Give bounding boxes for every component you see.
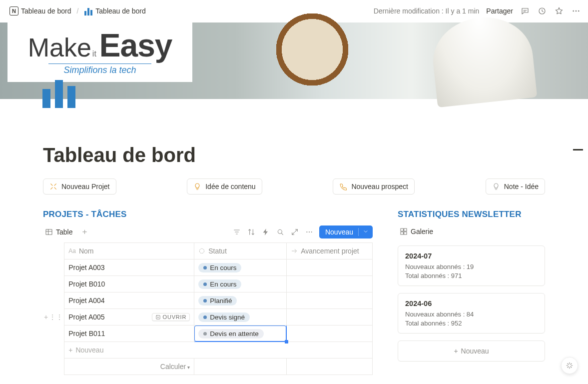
cell-name[interactable]: Projet A004 — [64, 292, 194, 309]
brand-it: it — [92, 50, 96, 58]
more-icon[interactable] — [305, 228, 314, 236]
cell-status[interactable]: En cours — [194, 276, 287, 292]
brand-tagline: Simplifions la tech — [48, 64, 151, 76]
newsletter-view-label: Galerie — [411, 228, 433, 236]
newsletter-gallery-view-tab[interactable]: Galerie — [398, 226, 435, 238]
newsletter-view-tabs: Galerie — [398, 226, 545, 240]
newsletter-card[interactable]: 2024-06Nouveaux abonnés : 84Total abonné… — [398, 293, 545, 334]
topbar-right: Dernière modification : Il y a 1 min Par… — [374, 6, 581, 16]
chevron-down-icon[interactable] — [358, 228, 369, 236]
table-row[interactable]: +⋮⋮Projet A004Planifié — [43, 292, 373, 309]
brand-make: Make — [28, 34, 91, 60]
cell-status[interactable]: Planifié — [194, 292, 287, 309]
cell-progress[interactable] — [287, 292, 373, 309]
add-row-button[interactable]: +Nouveau — [43, 342, 373, 358]
svg-point-5 — [278, 230, 282, 234]
table-row[interactable]: +⋮⋮Projet A005OUVRIRDevis signé — [43, 309, 373, 326]
drag-handle-icon[interactable]: ⋮⋮ — [49, 313, 63, 321]
breadcrumbs: N Tableau de bord / Tableau de bord — [7, 5, 148, 17]
automation-icon[interactable] — [261, 228, 270, 236]
open-page-button[interactable]: OUVRIR — [152, 313, 190, 321]
bar-chart-icon — [84, 6, 93, 16]
svg-point-6 — [306, 232, 307, 232]
cell-status[interactable]: Devis en attente — [194, 326, 287, 342]
cell-progress[interactable] — [287, 309, 373, 326]
share-button[interactable]: Partager — [486, 7, 513, 15]
cover-lamp-decoration — [429, 12, 538, 108]
newsletter-section-title[interactable]: STATISTIQUES NEWSLETTER — [398, 210, 545, 220]
new-record-label: Nouveau — [325, 228, 353, 236]
arrow-right-icon — [291, 248, 298, 254]
col-name-label: Nom — [79, 247, 94, 255]
new-project-label: Nouveau Projet — [61, 182, 110, 190]
filter-icon[interactable] — [232, 228, 241, 236]
search-icon[interactable] — [276, 228, 285, 236]
favorite-star-icon[interactable] — [554, 6, 564, 16]
cell-name[interactable]: Projet A005OUVRIR — [64, 309, 194, 326]
card-title: 2024-07 — [405, 252, 538, 260]
collapse-icon — [49, 182, 57, 190]
cell-progress[interactable] — [287, 276, 373, 292]
cell-progress[interactable] — [287, 326, 373, 342]
brand-easy: Easy — [99, 30, 172, 62]
svg-rect-13 — [404, 228, 407, 231]
cell-name[interactable]: Projet A003 — [64, 260, 194, 276]
ai-assist-fab[interactable] — [561, 357, 578, 374]
new-prospect-button[interactable]: Nouveau prospect — [333, 178, 415, 194]
table-row[interactable]: +⋮⋮Projet B010En cours — [43, 276, 373, 292]
projects-table-view-tab[interactable]: Table — [43, 226, 74, 238]
cell-name[interactable]: Projet B011 — [64, 326, 194, 342]
svg-point-3 — [578, 10, 580, 12]
svg-rect-14 — [401, 232, 403, 234]
history-icon[interactable] — [537, 6, 547, 16]
svg-rect-12 — [401, 228, 403, 231]
quick-buttons-row: Nouveau Projet Idée de contenu Nouveau p… — [43, 178, 545, 194]
table-row[interactable]: +⋮⋮Projet B011Devis en attente — [43, 326, 373, 342]
phone-icon — [339, 182, 347, 190]
new-prospect-label: Nouveau prospect — [351, 182, 408, 190]
cell-status[interactable]: En cours — [194, 260, 287, 276]
add-row-icon[interactable]: + — [44, 313, 48, 321]
projects-toolbar: Nouveau — [232, 226, 373, 238]
status-tag: Devis en attente — [198, 329, 264, 338]
toggle-collapse-icon[interactable] — [573, 149, 583, 150]
sort-icon[interactable] — [247, 228, 256, 236]
col-name-header[interactable]: Aa Nom — [64, 243, 194, 260]
cell-status[interactable]: Devis signé — [194, 309, 287, 326]
more-menu-icon[interactable] — [571, 6, 581, 16]
expand-icon[interactable] — [290, 228, 299, 236]
note-idea-label: Note - Idée — [504, 182, 539, 190]
card-line: Nouveaux abonnés : 19 — [405, 263, 538, 270]
calculate-row[interactable]: Calculer▾ — [43, 358, 373, 375]
new-record-button[interactable]: Nouveau — [319, 226, 373, 238]
cell-name[interactable]: Projet B010 — [64, 276, 194, 292]
page-title[interactable]: Tableau de bord — [43, 144, 545, 166]
projects-view-label: Table — [56, 228, 72, 236]
col-status-header[interactable]: Statut — [194, 243, 287, 260]
table-row[interactable]: +⋮⋮Projet A003En cours — [43, 260, 373, 276]
breadcrumb-current-label: Tableau de bord — [95, 7, 145, 15]
status-tag: Planifié — [198, 296, 237, 306]
new-project-button[interactable]: Nouveau Projet — [43, 178, 116, 194]
col-status-label: Statut — [208, 247, 227, 255]
svg-point-1 — [573, 10, 574, 12]
breadcrumb-root[interactable]: N Tableau de bord — [7, 5, 73, 17]
col-progress-header[interactable]: Avancement projet — [287, 243, 373, 260]
cover-clock-decoration — [272, 10, 352, 90]
projects-section-title[interactable]: PROJETS - TÂCHES — [43, 210, 373, 220]
newsletter-section: STATISTIQUES NEWSLETTER Galerie 2024-07N… — [398, 210, 545, 384]
svg-point-9 — [200, 248, 204, 253]
add-newsletter-card[interactable]: +Nouveau — [398, 340, 545, 362]
breadcrumb-separator: / — [76, 7, 78, 15]
brand-overlay: Make it Easy Simplifions la tech — [7, 22, 192, 82]
card-line: Total abonnés : 971 — [405, 272, 538, 280]
comments-icon[interactable] — [520, 6, 530, 16]
add-view-button[interactable]: + — [79, 227, 89, 237]
content-idea-button[interactable]: Idée de contenu — [187, 178, 262, 194]
note-idea-button[interactable]: Note - Idée — [486, 178, 545, 194]
cell-progress[interactable] — [287, 260, 373, 276]
col-progress-label: Avancement projet — [301, 247, 359, 255]
breadcrumb-root-label: Tableau de bord — [21, 7, 71, 15]
breadcrumb-current[interactable]: Tableau de bord — [81, 5, 148, 17]
newsletter-card[interactable]: 2024-07Nouveaux abonnés : 19Total abonné… — [398, 246, 545, 286]
